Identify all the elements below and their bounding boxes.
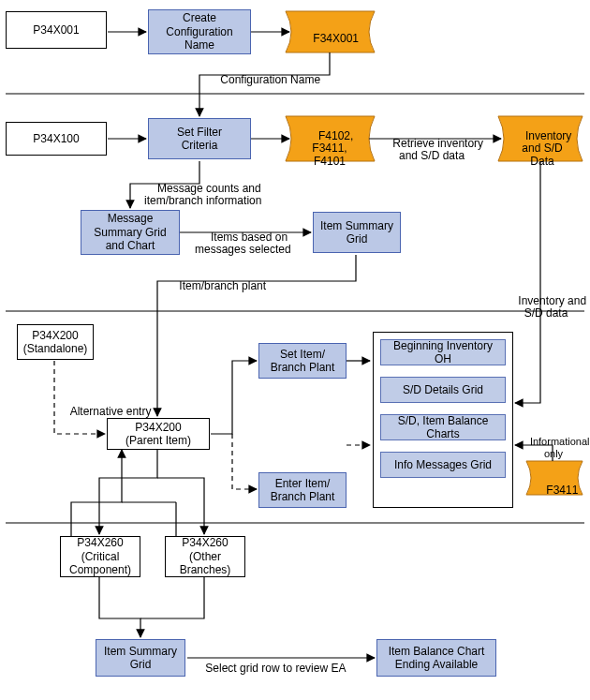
- text-set-item-bp: Set Item/ Branch Plant: [271, 348, 335, 375]
- edge-item-branch-plant: Item/branch plant: [167, 268, 266, 305]
- edge-inv-sd-data: Inventory and S/D data: [506, 283, 586, 333]
- text-sd-balance: S/D, Item Balance Charts: [385, 414, 501, 441]
- node-p34x200-parent: P34X200 (Parent Item): [107, 418, 210, 450]
- node-set-filter: Set Filter Criteria: [148, 118, 251, 159]
- text-enter-item-bp: Enter Item/ Branch Plant: [271, 477, 335, 504]
- text-sd-details: S/D Details Grid: [403, 383, 483, 396]
- text-item-summary-1: Item Summary Grid: [320, 219, 393, 246]
- edge-config-name: Configuration Name: [208, 62, 320, 99]
- node-create-config: Create Configuration Name: [148, 9, 251, 54]
- text-items-based: Items based on messages selected: [195, 231, 291, 256]
- panel-sd-details: S/D Details Grid: [380, 377, 506, 403]
- text-msg-counts: Message counts and item/branch informati…: [144, 182, 261, 207]
- node-msg-summary: Message Summary Grid and Chart: [81, 210, 180, 255]
- storage-f3411-label: F3411: [534, 472, 577, 510]
- text-msg-summary: Message Summary Grid and Chart: [94, 212, 166, 252]
- text-tables: F4102, F3411, F4101: [312, 129, 353, 167]
- text-config-name: Configuration Name: [220, 73, 320, 86]
- text-select-grid: Select grid row to review EA: [205, 662, 346, 675]
- text-p34x200-standalone: P34X200 (Standalone): [23, 329, 88, 356]
- node-enter-item-bp: Enter Item/ Branch Plant: [258, 472, 347, 508]
- text-p34x100: P34X100: [33, 132, 79, 145]
- node-p34x260-critical: P34X260 (Critical Component): [60, 536, 140, 577]
- node-p34x260-other: P34X260 (Other Branches): [165, 536, 245, 577]
- text-p34x001: P34X001: [33, 23, 79, 37]
- node-set-item-bp: Set Item/ Branch Plant: [258, 343, 347, 379]
- panel-beginning-inventory: Beginning Inventory OH: [380, 339, 506, 365]
- edge-items-based: Items based on messages selected: [195, 219, 291, 269]
- text-inv-sd-data: Inventory and S/D data: [518, 294, 586, 320]
- text-f3411: F3411: [546, 484, 578, 497]
- node-p34x001: P34X001: [6, 11, 107, 49]
- edge-info-only: Informational only: [517, 424, 590, 473]
- text-alt-entry: Alternative entry: [70, 405, 152, 418]
- text-set-filter: Set Filter Criteria: [177, 126, 222, 153]
- node-item-summary-grid-1: Item Summary Grid: [313, 212, 401, 253]
- storage-f34x001-label: F34X001: [292, 21, 367, 58]
- edge-select-grid: Select grid row to review EA: [193, 650, 346, 688]
- text-info-only: Informational only: [530, 436, 590, 459]
- text-p34x260-other: P34X260 (Other Branches): [180, 536, 231, 576]
- node-p34x200-standalone: P34X200 (Standalone): [17, 324, 94, 360]
- text-info-msg: Info Messages Grid: [394, 458, 492, 471]
- text-inv-sd: Inventory and S/D Data: [522, 129, 571, 167]
- panel-info-messages: Info Messages Grid: [380, 452, 506, 478]
- text-create-config: Create Configuration Name: [166, 11, 232, 52]
- node-item-balance-chart: Item Balance Chart Ending Available: [376, 639, 496, 677]
- text-item-summary-2: Item Summary Grid: [104, 645, 177, 672]
- text-f34x001: F34X001: [313, 32, 359, 45]
- flowchart-canvas: P34X001 Create Configuration Name F34X00…: [0, 0, 590, 700]
- edge-retrieve: Retrieve inventory and S/D data: [380, 126, 483, 175]
- text-item-balance-chart: Item Balance Chart Ending Available: [389, 645, 485, 672]
- text-p34x200-parent: P34X200 (Parent Item): [125, 421, 191, 448]
- text-item-branch-plant: Item/branch plant: [179, 279, 266, 292]
- node-p34x100: P34X100: [6, 122, 107, 156]
- storage-inv-sd-label: Inventory and S/D Data: [506, 118, 579, 180]
- text-begin-inv: Beginning Inventory OH: [385, 339, 501, 366]
- text-p34x260-crit: P34X260 (Critical Component): [69, 536, 131, 576]
- text-retrieve: Retrieve inventory and S/D data: [392, 137, 483, 162]
- panel-sd-balance: S/D, Item Balance Charts: [380, 414, 506, 440]
- storage-tables-label: F4102, F3411, F4101: [296, 118, 363, 180]
- node-item-summary-grid-2: Item Summary Grid: [96, 639, 185, 677]
